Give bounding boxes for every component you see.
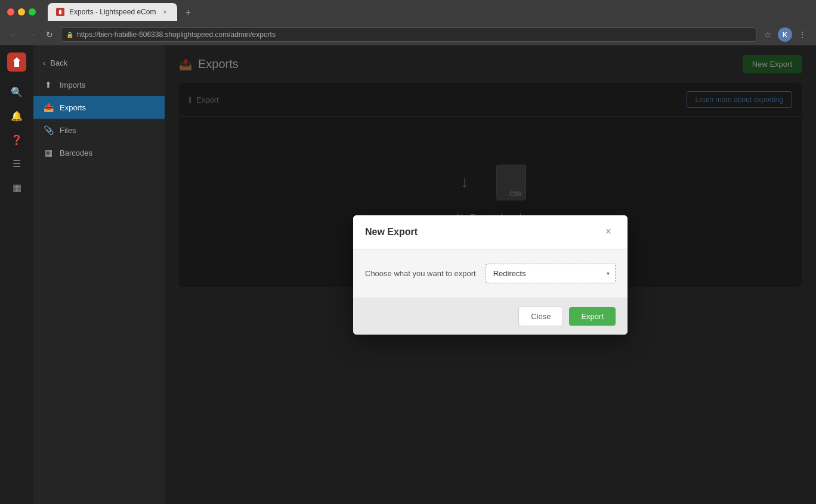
- modal-body: Choose what you want to export Products …: [353, 249, 628, 298]
- address-text: https://bien-habillie-606338.shoplightsp…: [77, 30, 276, 39]
- back-label: Back: [50, 58, 67, 67]
- rail-help-icon[interactable]: ❓: [6, 129, 27, 150]
- tab-favicon: [56, 8, 64, 16]
- export-type-form-row: Choose what you want to export Products …: [365, 264, 616, 283]
- export-type-select-wrapper: Products Categories Customers Orders Red…: [486, 264, 616, 283]
- export-type-label: Choose what you want to export: [365, 269, 476, 278]
- rail-search-icon[interactable]: 🔍: [6, 81, 27, 103]
- rail-menu-icon[interactable]: ☰: [6, 153, 27, 174]
- minimize-window-button[interactable]: [18, 8, 25, 16]
- export-type-select[interactable]: Products Categories Customers Orders Red…: [486, 264, 616, 283]
- new-export-modal: New Export × Choose what you want to exp…: [353, 215, 628, 335]
- files-icon: 📎: [43, 125, 54, 135]
- forward-navigation-button[interactable]: →: [25, 28, 38, 41]
- barcodes-icon: ▦: [43, 147, 54, 158]
- modal-header: New Export ×: [353, 215, 628, 249]
- address-bar[interactable]: 🔒 https://bien-habillie-606338.shoplight…: [61, 27, 756, 42]
- browser-titlebar: Exports - Lightspeed eCom × +: [0, 0, 816, 24]
- back-chevron-icon: ‹: [43, 58, 45, 67]
- sidebar-item-files[interactable]: 📎 Files: [33, 119, 165, 141]
- tab-close-button[interactable]: ×: [160, 8, 169, 16]
- back-navigation-button[interactable]: ←: [7, 28, 20, 41]
- back-nav-item[interactable]: ‹ Back: [33, 52, 165, 73]
- maximize-window-button[interactable]: [29, 8, 36, 16]
- files-label: Files: [60, 126, 76, 135]
- modal-title: New Export: [365, 227, 418, 237]
- lock-icon: 🔒: [66, 32, 73, 38]
- close-window-button[interactable]: [7, 8, 14, 16]
- modal-close-footer-button[interactable]: Close: [518, 307, 563, 326]
- new-tab-button[interactable]: +: [180, 4, 196, 21]
- app-logo: [7, 52, 26, 72]
- rail-notifications-icon[interactable]: 🔔: [6, 105, 27, 126]
- reload-button[interactable]: ↻: [43, 28, 56, 41]
- main-content: 📤 Exports New Export ℹ Export Learn more…: [165, 45, 816, 504]
- sidebar-item-exports[interactable]: 📤 Exports: [33, 96, 165, 119]
- browser-actions: ☆ K ⋮: [761, 27, 809, 42]
- rail-table-icon[interactable]: ▦: [6, 177, 27, 198]
- browser-menu-button[interactable]: ⋮: [796, 28, 809, 41]
- sidebar-item-imports[interactable]: ⬆ Imports: [33, 73, 165, 96]
- user-avatar[interactable]: K: [778, 27, 792, 42]
- browser-chrome: Exports - Lightspeed eCom × + ← → ↻ 🔒 ht…: [0, 0, 816, 45]
- imports-label: Imports: [60, 81, 85, 89]
- sidebar-nav: ‹ Back ⬆ Imports 📤 Exports 📎 Files ▦ Bar…: [33, 45, 165, 504]
- sidebar-item-barcodes[interactable]: ▦ Barcodes: [33, 141, 165, 164]
- modal-export-button[interactable]: Export: [569, 307, 616, 326]
- url-path: admin/exports: [231, 30, 276, 39]
- url-prefix: https://bien-habillie-606338.shoplightsp…: [77, 30, 231, 39]
- bookmark-button[interactable]: ☆: [761, 28, 774, 41]
- browser-addressbar: ← → ↻ 🔒 https://bien-habillie-606338.sho…: [0, 24, 816, 45]
- modal-close-button[interactable]: ×: [601, 225, 616, 239]
- app-container: 🔍 🔔 ❓ ☰ ▦ ‹ Back ⬆ Imports 📤 Exports 📎 F…: [0, 45, 816, 504]
- active-tab[interactable]: Exports - Lightspeed eCom ×: [48, 3, 177, 21]
- tab-title: Exports - Lightspeed eCom: [69, 8, 156, 16]
- traffic-lights: [7, 8, 36, 16]
- sidebar-rail: 🔍 🔔 ❓ ☰ ▦: [0, 45, 33, 504]
- exports-icon: 📤: [43, 102, 54, 113]
- modal-overlay[interactable]: New Export × Choose what you want to exp…: [165, 45, 816, 504]
- modal-footer: Close Export: [353, 298, 628, 335]
- imports-icon: ⬆: [43, 79, 54, 90]
- exports-label: Exports: [60, 103, 86, 112]
- browser-tabs: Exports - Lightspeed eCom × +: [48, 3, 809, 21]
- barcodes-label: Barcodes: [60, 149, 92, 157]
